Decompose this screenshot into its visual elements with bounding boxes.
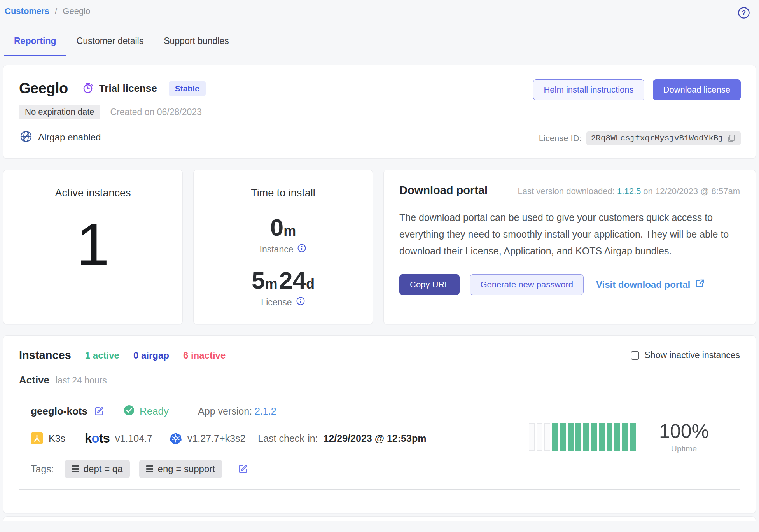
tag-icon [146,466,153,472]
time-to-install-title: Time to install [194,187,373,199]
show-inactive-label: Show inactive instances [645,350,740,360]
tag-chip: eng = support [139,460,222,478]
uptime-bar-filled [591,423,597,451]
tab-support-bundles[interactable]: Support bundles [154,30,239,56]
uptime-section: 100% Uptime [529,420,709,453]
license-id-value: 2Rq8WLcsjfxqrMysjvB1WodYkBj [591,134,723,143]
expiration-badge: No expiration date [19,105,100,119]
last-version-link[interactable]: 1.12.5 [617,186,641,196]
copy-url-button[interactable]: Copy URL [399,274,460,295]
kots-logo: kots [85,431,110,446]
info-icon[interactable] [296,296,305,308]
tag-text: eng = support [158,464,215,474]
last-checkin-value: 12/29/2023 @ 12:53pm [324,433,427,444]
kubernetes-icon [170,432,182,444]
tab-bar: Reporting Customer details Support bundl… [4,30,759,56]
kots-letter-k: k [85,431,91,445]
status-badge: Ready [140,405,169,417]
breadcrumb-customers-link[interactable]: Customers [5,6,49,16]
instance-install-time: 0m [194,215,373,240]
airgap-globe-icon [19,130,33,145]
active-section-heading: Active last 24 hours [19,374,740,386]
k3s-icon [31,432,43,444]
visit-download-portal-link[interactable]: Visit download portal [596,278,705,291]
uptime-bar-filled [599,423,605,451]
uptime-bar-filled [560,423,566,451]
download-portal-title: Download portal [399,184,488,197]
next-card-peek [3,516,756,521]
uptime-bar-filled [622,423,628,451]
license-id-badge: 2Rq8WLcsjfxqrMysjvB1WodYkBj [586,131,741,145]
license-install-label: License [261,297,292,308]
tags-row: Tags: dept = qa eng = support [31,460,740,478]
uptime-bar-empty [544,423,550,451]
show-inactive-toggle[interactable]: Show inactive instances [631,350,740,360]
inactive-count[interactable]: 6 inactive [183,350,226,361]
license-type-label: Trial license [99,82,157,94]
tag-text: dept = qa [84,464,123,474]
license-install-label-row: License [194,296,373,308]
svg-text:?: ? [742,9,746,17]
visit-download-portal-label: Visit download portal [596,279,690,290]
page-header: Customers / Geeglo ? [0,0,759,19]
helm-install-instructions-button[interactable]: Helm install instructions [533,79,644,100]
last-version-label: Last version downloaded: [518,186,615,196]
uptime-bar-filled [583,423,589,451]
instance-row: geeglo-kots Ready App version: 2.1.2 [19,395,740,490]
tab-customer-details[interactable]: Customer details [66,30,154,56]
last-checkin-label: Last check-in: [258,433,318,444]
download-portal-card: Download portal Last version downloaded:… [383,170,756,324]
license-install-value-1: 5 [252,267,265,294]
license-id-label: License ID: [539,133,582,144]
license-install-time: 5m 24d [194,268,373,292]
customer-reporting-page: Customers / Geeglo ? Reporting Customer … [0,0,759,532]
active-instances-title: Active instances [3,187,182,199]
edit-name-icon[interactable] [94,406,105,416]
metrics-row: Active instances 1 Time to install 0m In… [3,170,756,324]
uptime-stats: 100% Uptime [659,420,709,453]
show-inactive-checkbox[interactable] [631,351,639,360]
license-install-value-2: 24 [279,267,306,294]
breadcrumb: Customers / Geeglo [5,6,90,16]
last-version-date: on 12/20/2023 @ 8:57am [643,186,740,196]
instances-card: Instances 1 active 0 airgap 6 inactive S… [3,335,756,513]
uptime-bar-filled [568,423,574,451]
info-icon[interactable] [297,243,306,255]
generate-new-password-button[interactable]: Generate new password [470,274,583,295]
tags-label: Tags: [31,464,54,475]
tag-icon [72,466,79,472]
app-version-label: App version: [198,406,252,416]
status: Ready [123,404,169,418]
kots-version: v1.104.7 [115,433,152,444]
active-instances-value: 1 [3,215,182,274]
uptime-percentage: 100% [659,420,709,443]
edit-tags-icon[interactable] [238,464,248,474]
uptime-bar-filled [630,423,636,451]
app-version-link[interactable]: 2.1.2 [255,406,276,416]
instance-title-row: geeglo-kots Ready App version: 2.1.2 [31,404,740,418]
active-period: last 24 hours [56,375,107,386]
airgap-count[interactable]: 0 airgap [133,350,169,361]
download-license-button[interactable]: Download license [653,79,741,100]
instance-install-value: 0 [270,214,283,241]
time-to-install-card: Time to install 0m Instance 5m 24d Licen… [193,170,373,324]
instance-name: geeglo-kots [31,405,87,417]
license-meta-row: No expiration date Created on 06/28/2023 [19,105,740,119]
copy-icon[interactable] [727,134,736,143]
tag-chip: dept = qa [65,460,130,478]
external-link-icon [695,278,705,291]
tab-reporting[interactable]: Reporting [4,30,66,56]
instance-install-unit: m [283,223,296,239]
kots-letter-o: o [91,431,99,445]
help-button[interactable]: ? [737,6,750,19]
ready-check-icon [123,404,135,418]
breadcrumb-current: Geeglo [63,6,90,16]
license-summary-card: Geeglo Trial license Stable Helm install… [3,65,756,159]
download-portal-header: Download portal Last version downloaded:… [399,184,740,197]
uptime-bar-empty [529,423,535,451]
license-type: Trial license [82,82,157,96]
active-count[interactable]: 1 active [85,350,119,361]
k8s-version: v1.27.7+k3s2 [187,433,245,444]
active-heading: Active [19,374,49,386]
license-id-row: License ID: 2Rq8WLcsjfxqrMysjvB1WodYkBj [539,131,741,145]
